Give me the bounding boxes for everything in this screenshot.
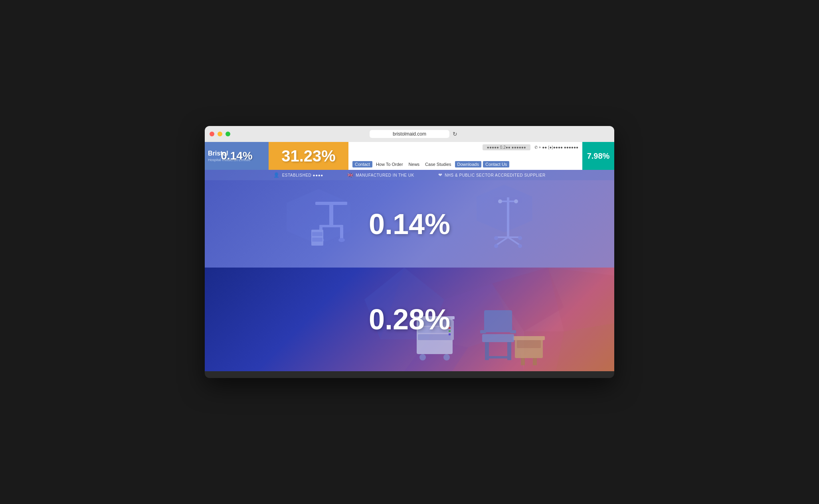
info-manufactured: 🇬🇧 MANUFACTURED IN THE UK — [347, 172, 414, 178]
svg-rect-4 — [340, 227, 343, 239]
site-header: Bristol Hospital Metalcraft Limited 0.14… — [205, 142, 614, 170]
svg-point-6 — [338, 238, 345, 242]
medical-table-svg — [307, 198, 355, 250]
svg-rect-49 — [485, 356, 511, 358]
svg-point-20 — [494, 236, 498, 240]
minimize-button[interactable] — [218, 132, 222, 136]
nav-news[interactable]: News — [407, 161, 422, 167]
svg-rect-0 — [315, 202, 347, 205]
hero-info-bar: 👤 ESTABLISHED ●●●● 🇬🇧 MANUFACTURED IN TH… — [205, 170, 614, 180]
nav-area: ●●●●● 0.2●● ●●●●●● ✆ + ●● (●)●●●● ●●●●●●… — [348, 142, 582, 170]
header-percent-small: 0.14% — [221, 150, 252, 162]
nav-contact-us[interactable]: Contact Us — [483, 161, 509, 167]
svg-point-13 — [514, 199, 518, 203]
svg-rect-42 — [451, 320, 454, 340]
info-nhs: ❤ NHS & PUBLIC SECTOR ACCREDITED SUPPLIE… — [438, 172, 546, 178]
heart-icon: ❤ — [438, 172, 443, 178]
svg-point-21 — [518, 236, 522, 240]
svg-rect-48 — [510, 330, 516, 333]
svg-marker-25 — [548, 268, 614, 331]
svg-rect-2 — [319, 225, 343, 227]
nav-downloads[interactable]: Downloads — [455, 161, 481, 167]
phone-number: ✆ + ●● (●)●●●● ●●●●●● — [534, 145, 578, 150]
nav-how-to-order[interactable]: How To Order — [374, 161, 405, 167]
nav-links: Contact How To Order News Case Studies D… — [352, 161, 578, 167]
search-bar[interactable]: ●●●●● 0.2●● ●●●●●● — [483, 144, 530, 150]
nav-contact[interactable]: Contact — [352, 161, 372, 167]
svg-rect-35 — [418, 341, 451, 347]
reload-button[interactable]: ↻ — [453, 131, 457, 137]
uk-flag-icon: 🇬🇧 — [347, 172, 354, 178]
svg-rect-9 — [312, 238, 322, 242]
hero-percent-1: 0.14% — [369, 208, 450, 240]
established-text: ESTABLISHED ●●●● — [282, 173, 323, 177]
info-established: 👤 ESTABLISHED ●●●● — [273, 172, 323, 178]
svg-point-12 — [498, 199, 502, 203]
website-content: Bristol Hospital Metalcraft Limited 0.14… — [205, 142, 614, 378]
svg-rect-44 — [482, 334, 514, 342]
url-text: bristolmaid.com — [393, 131, 426, 137]
hero-section-2: 0.28% — [205, 268, 614, 371]
svg-point-18 — [494, 244, 498, 248]
orange-banner: 31.23% — [269, 142, 348, 170]
svg-rect-1 — [329, 205, 333, 225]
svg-rect-54 — [533, 358, 537, 365]
svg-rect-10 — [507, 197, 509, 237]
nhs-text: NHS & PUBLIC SECTOR ACCREDITED SUPPLIER — [445, 173, 546, 177]
logo-area: Bristol Hospital Metalcraft Limited 0.14… — [205, 142, 269, 170]
hero-percent-2: 0.28% — [369, 303, 450, 336]
maximize-button[interactable] — [226, 132, 230, 136]
svg-rect-8 — [312, 232, 322, 236]
hero-main: 0.14% — [205, 180, 614, 268]
svg-point-40 — [419, 354, 426, 360]
address-bar[interactable]: bristolmaid.com — [370, 130, 449, 138]
svg-point-19 — [518, 244, 522, 248]
svg-rect-47 — [480, 330, 486, 333]
nav-case-studies[interactable]: Case Studies — [423, 161, 453, 167]
svg-point-41 — [443, 354, 450, 360]
iv-stand-svg — [492, 193, 524, 253]
manufactured-text: MANUFACTURED IN THE UK — [356, 173, 414, 177]
browser-window: bristolmaid.com ↻ Bristol Hospital Metal… — [205, 126, 614, 378]
svg-rect-43 — [484, 310, 512, 332]
hero-section-1: 👤 ESTABLISHED ●●●● 🇬🇧 MANUFACTURED IN TH… — [205, 170, 614, 268]
teal-percent-badge: 7.98% — [582, 142, 614, 170]
person-icon: 👤 — [273, 172, 280, 178]
browser-chrome: bristolmaid.com ↻ — [205, 126, 614, 142]
nav-top: ●●●●● 0.2●● ●●●●●● ✆ + ●● (●)●●●● ●●●●●● — [352, 144, 578, 150]
close-button[interactable] — [210, 132, 214, 136]
chair-svg — [476, 306, 524, 366]
orange-percent: 31.23% — [281, 147, 336, 165]
teal-percent-text: 7.98% — [587, 152, 610, 161]
